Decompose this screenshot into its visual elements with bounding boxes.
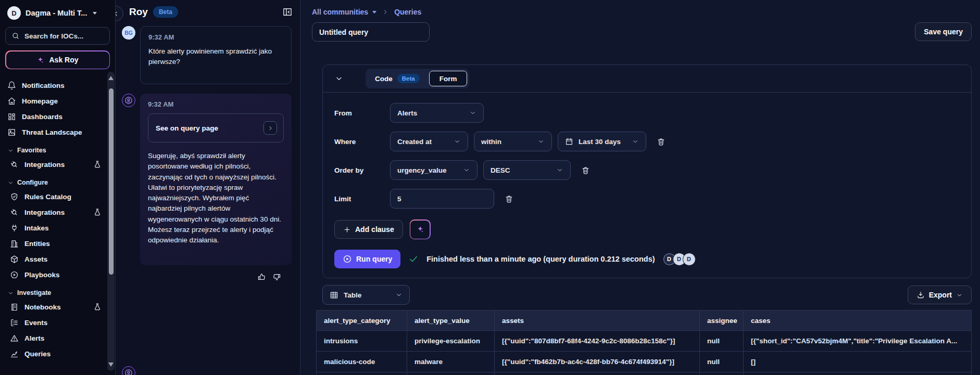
sidebar-item-notebooks[interactable]: Notebooks	[10, 299, 102, 315]
org-avatar: D	[7, 6, 21, 20]
scroll-up-arrow-icon[interactable]	[108, 76, 114, 80]
add-clause-button[interactable]: Add clause	[334, 220, 403, 239]
sidebar-item-assets[interactable]: Assets	[10, 251, 102, 267]
beta-badge: Beta	[397, 74, 420, 83]
table-cell: [{"uuid":"807d8bf7-68f4-4242-9c2c-8086b2…	[495, 331, 700, 352]
trash-icon	[505, 195, 513, 203]
roy-avatar	[122, 366, 135, 375]
building-icon	[10, 239, 19, 248]
breadcrumb-all-communities[interactable]: All communities	[312, 8, 376, 16]
shield-check-icon	[10, 192, 19, 201]
column-header-alert-type-category[interactable]: alert_type_category	[317, 311, 407, 331]
tab-code[interactable]: CodeBeta	[368, 71, 427, 86]
scrollbar-thumb[interactable]	[109, 88, 114, 275]
column-header-assignee[interactable]: assignee	[700, 311, 744, 331]
query-name-input[interactable]	[312, 22, 430, 42]
see-on-query-page-button[interactable]: See on query page	[148, 113, 284, 143]
scroll-down-arrow-icon[interactable]	[108, 363, 114, 367]
query-chart-icon	[10, 350, 19, 358]
panel-collapse-button[interactable]	[282, 7, 293, 17]
desc-select[interactable]: DESC	[483, 160, 571, 180]
alerts-select[interactable]: Alerts	[390, 103, 484, 123]
user-avatar: BG	[122, 26, 135, 40]
table-row[interactable]: malicious-codemalware[{"uuid":"fb462b7b-…	[317, 352, 972, 372]
event-list-icon	[10, 318, 19, 327]
table-header-row: alert_type_categoryalert_type_valueasset…	[317, 311, 972, 331]
calendar-icon	[565, 137, 573, 146]
chevron-right-icon[interactable]	[263, 121, 277, 135]
sidebar-item-events[interactable]: Events	[10, 315, 102, 330]
table-row[interactable]: intrusionsprivilege-escalation[{"uuid":"…	[317, 331, 972, 352]
sidebar-item-intakes[interactable]: Intakes	[10, 220, 102, 236]
within-select[interactable]: within	[474, 132, 552, 151]
thumbs-down-button[interactable]	[272, 273, 281, 281]
sidebar-item-label: Integrations	[24, 161, 65, 169]
download-icon	[916, 291, 925, 299]
created-at-select[interactable]: Created at	[390, 132, 468, 151]
breadcrumb-queries[interactable]: Queries	[394, 8, 421, 16]
caret-down-icon	[93, 12, 97, 15]
delete-clause-button[interactable]	[655, 135, 668, 148]
run-query-button[interactable]: Run query	[334, 250, 400, 268]
column-header-alert-type-value[interactable]: alert_type_value	[407, 311, 495, 331]
sidebar-item-threat-landscape[interactable]: Threat Landscape	[7, 124, 102, 140]
chat-messages: BG 9:32 AM Które alerty powinienem spraw…	[116, 22, 300, 281]
sidebar-item-integrations[interactable]: Integrations	[10, 157, 102, 172]
column-header-assets[interactable]: assets	[495, 311, 700, 331]
thumbs-up-button[interactable]	[257, 273, 266, 281]
delete-clause-button[interactable]	[579, 164, 592, 177]
sidebar-item-alerts[interactable]: Alerts	[10, 330, 102, 346]
table-row[interactable]: information-gatheringscanner[{"uuid":"80…	[317, 372, 972, 375]
org-switcher[interactable]: D Dagma - Multi T...	[0, 0, 115, 25]
home-icon	[7, 97, 16, 106]
sidebar-item-integrations[interactable]: Integrations	[10, 204, 102, 220]
plug-icon	[10, 224, 19, 232]
ask-roy-button[interactable]: Ask Roy	[5, 50, 110, 69]
sidebar-item-label: Assets	[24, 255, 47, 263]
search-input[interactable]: Search for IOCs...	[5, 27, 110, 45]
sidebar-item-label: Rules Catalog	[24, 193, 71, 201]
table-cell: [{"short_id":"CA57v52bjm4M","title":"Pri…	[744, 372, 972, 375]
sidebar-section-investigate[interactable]: Investigate	[7, 289, 102, 296]
chevron-down-icon	[7, 179, 14, 186]
view-type-select[interactable]: Table	[322, 285, 410, 305]
chevron-down-icon	[537, 138, 545, 145]
viewer-avatars: DDD	[663, 253, 696, 266]
sidebar-item-rules-catalog[interactable]: Rules Catalog	[10, 189, 102, 204]
sidebar-section-configure[interactable]: Configure	[7, 179, 102, 186]
flask-icon	[93, 303, 102, 311]
last-30-days-select[interactable]: Last 30 days	[558, 132, 646, 151]
tab-form[interactable]: Form	[429, 71, 468, 86]
sidebar-item-playbooks[interactable]: Playbooks	[10, 267, 102, 282]
chat-title: Roy	[129, 6, 148, 18]
flask-icon	[93, 208, 102, 216]
sidebar-item-dashboards[interactable]: Dashboards	[7, 109, 102, 124]
table-cell: privilege-escalation	[407, 331, 495, 352]
org-name: Dagma - Multi T...	[26, 9, 87, 17]
urgency-value-select[interactable]: urgency_value	[390, 160, 478, 180]
sidebar-section-favorites[interactable]: Favorites	[7, 147, 102, 154]
export-button[interactable]: Export	[908, 286, 972, 304]
thumbs-up-icon	[272, 273, 281, 281]
limit-input[interactable]: 5	[390, 189, 494, 209]
table-cell: malicious-code	[317, 352, 407, 372]
sidebar-item-homepage[interactable]: Homepage	[7, 93, 102, 109]
sidebar-scrollbar[interactable]	[107, 72, 115, 371]
beta-badge: Beta	[153, 6, 178, 18]
roy-face-icon	[124, 368, 133, 375]
delete-clause-button[interactable]	[502, 192, 516, 205]
save-query-button[interactable]: Save query	[915, 22, 972, 41]
sidebar-item-label: Playbooks	[24, 271, 60, 279]
sidebar-item-queries[interactable]: Queries	[10, 346, 102, 361]
sidebar-item-notifications[interactable]: Notifications	[7, 77, 102, 93]
sidebar-item-label: Alerts	[24, 334, 44, 342]
clause-label: Limit	[334, 195, 390, 203]
clause-row-order-by: Order byurgency_valueDESC	[334, 160, 960, 180]
cube-icon	[10, 255, 19, 264]
sidebar-item-label: Intakes	[24, 224, 49, 232]
play-circle-icon	[343, 254, 352, 264]
column-header-cases[interactable]: cases	[744, 311, 972, 331]
sidebar-item-entities[interactable]: Entities	[10, 236, 102, 251]
ai-suggest-button[interactable]	[410, 219, 431, 239]
roy-chat-panel: Roy Beta BG 9:32 AM Które alerty powinie…	[116, 0, 300, 375]
